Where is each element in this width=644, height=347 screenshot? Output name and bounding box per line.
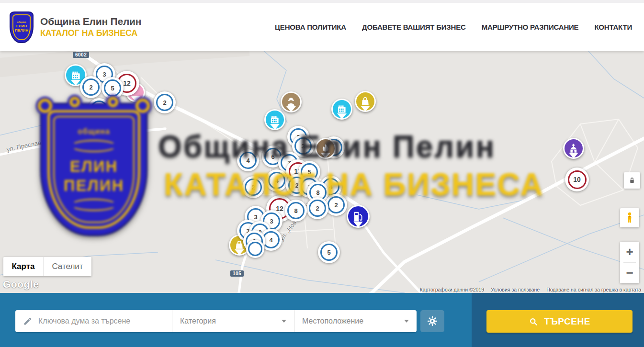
- attribution-link[interactable]: Подаване на сигнал за грешка в картата: [546, 287, 641, 292]
- map-canvas[interactable]: 312252223564713542742822128333843510ул. …: [0, 51, 644, 293]
- cluster-marker[interactable]: [246, 240, 264, 258]
- map-type-map-button[interactable]: Карта: [3, 257, 44, 276]
- cluster-marker[interactable]: 10: [565, 168, 589, 191]
- search-submit-button[interactable]: ТЪРСЕНЕ: [486, 310, 633, 333]
- google-logo[interactable]: Google: [3, 279, 39, 290]
- church-icon[interactable]: [563, 138, 584, 159]
- cluster-marker[interactable]: 2: [154, 91, 176, 113]
- cluster-marker[interactable]: 4: [266, 169, 288, 191]
- site-logo[interactable]: община ЕЛИН ПЕЛИН Община Елин Пелин КАТА…: [10, 11, 141, 43]
- location-select[interactable]: Местоположение: [294, 310, 417, 332]
- shopping-bag-icon[interactable]: [355, 91, 376, 112]
- factory-icon[interactable]: [264, 109, 285, 130]
- keyword-search-input[interactable]: [38, 317, 164, 325]
- road-number-badge: 105: [230, 270, 244, 277]
- gear-icon: [426, 315, 439, 327]
- keyword-field[interactable]: [15, 310, 172, 332]
- search-icon: [529, 317, 538, 326]
- cluster-marker[interactable]: 8: [285, 200, 307, 222]
- main-nav: ЦЕНОВА ПОЛИТИКАДОБАВЕТЕ ВАШИЯТ БИЗНЕСМАР…: [259, 23, 632, 31]
- worker-icon[interactable]: [281, 91, 302, 112]
- road-number-badge: 6002: [73, 52, 89, 58]
- cluster-marker[interactable]: 2: [242, 176, 264, 198]
- chevron-down-icon: [282, 320, 286, 323]
- flame-icon[interactable]: [315, 138, 336, 159]
- site-subtitle: КАТАЛОГ НА БИЗНЕСА: [40, 28, 141, 38]
- cluster-marker[interactable]: 2: [88, 98, 110, 120]
- search-bar: Категория Местоположение: [0, 293, 644, 347]
- zoom-in-button[interactable]: +: [620, 242, 639, 262]
- lock-button[interactable]: [624, 172, 640, 189]
- search-fields-box: Категория Местоположение: [15, 310, 417, 332]
- nav-item-2[interactable]: МАРШРУТНО РАЗПИСАНИЕ: [482, 23, 579, 31]
- cluster-marker[interactable]: 5: [102, 77, 124, 99]
- site-title: Община Елин Пелин: [40, 16, 141, 27]
- municipality-crest-icon: община ЕЛИН ПЕЛИН: [10, 11, 34, 43]
- advanced-search-button[interactable]: [420, 310, 444, 332]
- cluster-marker[interactable]: 2: [325, 194, 347, 216]
- cluster-marker[interactable]: 5: [318, 241, 340, 263]
- attribution-link[interactable]: Условия за ползване: [491, 287, 540, 292]
- header: община ЕЛИН ПЕЛИН Община Елин Пелин КАТА…: [0, 0, 644, 51]
- fuel-station-icon[interactable]: [347, 205, 370, 228]
- attribution-text: Картографски данни ©2019: [420, 287, 484, 292]
- map-attribution: Картографски данни ©2019Условия за ползв…: [420, 287, 641, 292]
- nav-item-0[interactable]: ЦЕНОВА ПОЛИТИКА: [275, 23, 346, 31]
- zoom-out-button[interactable]: −: [620, 263, 639, 283]
- chevron-down-icon: [404, 320, 409, 323]
- cluster-marker[interactable]: 2: [306, 197, 328, 219]
- map-type-satellite-button[interactable]: Сателит: [44, 257, 91, 276]
- cluster-marker[interactable]: 2: [80, 76, 102, 98]
- zoom-control: + −: [620, 242, 639, 283]
- factory-icon[interactable]: [331, 99, 352, 120]
- map-type-control: Карта Сателит: [3, 257, 91, 276]
- street-view-pegman-button[interactable]: [620, 208, 639, 227]
- pegman-icon: [623, 212, 636, 224]
- category-select[interactable]: Категория: [172, 310, 294, 332]
- padlock-icon: [628, 176, 636, 185]
- cluster-marker[interactable]: 4: [237, 149, 259, 171]
- nav-item-3[interactable]: КОНТАКТИ: [594, 23, 632, 31]
- page: община ЕЛИН ПЕЛИН Община Елин Пелин КАТА…: [0, 0, 644, 347]
- nav-item-1[interactable]: ДОБАВЕТЕ ВАШИЯТ БИЗНЕС: [362, 23, 466, 31]
- pencil-icon: [23, 316, 33, 326]
